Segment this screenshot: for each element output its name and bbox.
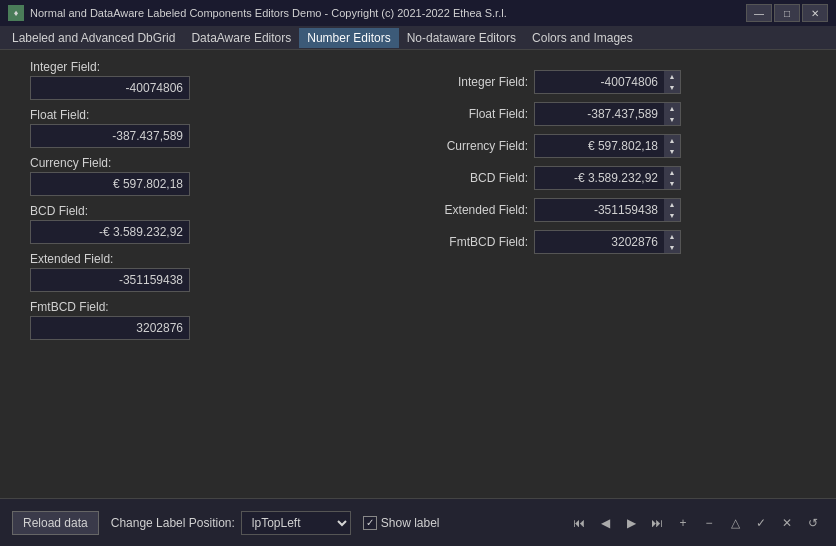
right-extended-row: Extended Field: ▲ ▼ bbox=[418, 198, 806, 222]
left-fmtbcd-label: FmtBCD Field: bbox=[30, 300, 418, 314]
show-label-checkbox[interactable]: ✓ bbox=[363, 516, 377, 530]
right-float-label: Float Field: bbox=[418, 107, 528, 121]
left-section: Integer Field: Float Field: Currency Fie… bbox=[30, 60, 418, 488]
minimize-button[interactable]: — bbox=[746, 4, 772, 22]
right-integer-wrapper: ▲ ▼ bbox=[534, 70, 681, 94]
menu-item-no-dataaware[interactable]: No-dataware Editors bbox=[399, 28, 524, 48]
right-fmtbcd-input[interactable] bbox=[534, 230, 664, 254]
left-integer-group: Integer Field: bbox=[30, 60, 418, 100]
left-integer-input[interactable] bbox=[30, 76, 190, 100]
left-fmtbcd-group: FmtBCD Field: bbox=[30, 300, 418, 340]
window-title: Normal and DataAware Labeled Components … bbox=[30, 7, 507, 19]
close-button[interactable]: ✕ bbox=[802, 4, 828, 22]
left-extended-group: Extended Field: bbox=[30, 252, 418, 292]
status-bar: Reload data Change Label Position: lpTop… bbox=[0, 498, 836, 546]
right-bcd-row: BCD Field: ▲ ▼ bbox=[418, 166, 806, 190]
nav-refresh-button[interactable]: ↺ bbox=[802, 512, 824, 534]
left-bcd-input[interactable] bbox=[30, 220, 190, 244]
menu-item-dataaware[interactable]: DataAware Editors bbox=[183, 28, 299, 48]
right-bcd-label: BCD Field: bbox=[418, 171, 528, 185]
right-fmtbcd-wrapper: ▲ ▼ bbox=[534, 230, 681, 254]
right-integer-down[interactable]: ▼ bbox=[664, 82, 680, 93]
nav-add-button[interactable]: + bbox=[672, 512, 694, 534]
right-section: Integer Field: ▲ ▼ Float Field: ▲ ▼ bbox=[418, 70, 806, 488]
right-fmtbcd-row: FmtBCD Field: ▲ ▼ bbox=[418, 230, 806, 254]
right-integer-spin: ▲ ▼ bbox=[664, 70, 681, 94]
left-extended-input[interactable] bbox=[30, 268, 190, 292]
left-currency-label: Currency Field: bbox=[30, 156, 418, 170]
right-float-wrapper: ▲ ▼ bbox=[534, 102, 681, 126]
right-extended-input[interactable] bbox=[534, 198, 664, 222]
left-extended-label: Extended Field: bbox=[30, 252, 418, 266]
left-float-group: Float Field: bbox=[30, 108, 418, 148]
right-fmtbcd-label: FmtBCD Field: bbox=[418, 235, 528, 249]
left-float-input[interactable] bbox=[30, 124, 190, 148]
change-label-pos-text: Change Label Position: bbox=[111, 516, 235, 530]
nav-cancel-button[interactable]: ✕ bbox=[776, 512, 798, 534]
app-icon: ♦ bbox=[8, 5, 24, 21]
right-currency-down[interactable]: ▼ bbox=[664, 146, 680, 157]
nav-first-button[interactable]: ⏮ bbox=[568, 512, 590, 534]
nav-confirm-button[interactable]: ✓ bbox=[750, 512, 772, 534]
right-float-down[interactable]: ▼ bbox=[664, 114, 680, 125]
right-extended-down[interactable]: ▼ bbox=[664, 210, 680, 221]
nav-edit-button[interactable]: △ bbox=[724, 512, 746, 534]
right-float-spin: ▲ ▼ bbox=[664, 102, 681, 126]
reload-button[interactable]: Reload data bbox=[12, 511, 99, 535]
right-fmtbcd-spin: ▲ ▼ bbox=[664, 230, 681, 254]
left-float-label: Float Field: bbox=[30, 108, 418, 122]
title-bar: ♦ Normal and DataAware Labeled Component… bbox=[0, 0, 836, 26]
nav-next-button[interactable]: ▶ bbox=[620, 512, 642, 534]
right-currency-row: Currency Field: ▲ ▼ bbox=[418, 134, 806, 158]
right-bcd-up[interactable]: ▲ bbox=[664, 167, 680, 178]
show-label-group: ✓ Show label bbox=[363, 516, 440, 530]
right-extended-up[interactable]: ▲ bbox=[664, 199, 680, 210]
right-integer-label: Integer Field: bbox=[418, 75, 528, 89]
right-currency-up[interactable]: ▲ bbox=[664, 135, 680, 146]
left-integer-label: Integer Field: bbox=[30, 60, 418, 74]
menu-item-labeled-grid[interactable]: Labeled and Advanced DbGrid bbox=[4, 28, 183, 48]
left-bcd-label: BCD Field: bbox=[30, 204, 418, 218]
right-float-input[interactable] bbox=[534, 102, 664, 126]
right-bcd-down[interactable]: ▼ bbox=[664, 178, 680, 189]
right-currency-label: Currency Field: bbox=[418, 139, 528, 153]
nav-remove-button[interactable]: − bbox=[698, 512, 720, 534]
right-integer-input[interactable] bbox=[534, 70, 664, 94]
left-currency-input[interactable] bbox=[30, 172, 190, 196]
left-bcd-group: BCD Field: bbox=[30, 204, 418, 244]
right-integer-row: Integer Field: ▲ ▼ bbox=[418, 70, 806, 94]
right-extended-label: Extended Field: bbox=[418, 203, 528, 217]
right-integer-up[interactable]: ▲ bbox=[664, 71, 680, 82]
left-fmtbcd-input[interactable] bbox=[30, 316, 190, 340]
menu-item-colors-images[interactable]: Colors and Images bbox=[524, 28, 641, 48]
maximize-button[interactable]: □ bbox=[774, 4, 800, 22]
menu-bar: Labeled and Advanced DbGrid DataAware Ed… bbox=[0, 26, 836, 50]
right-bcd-wrapper: ▲ ▼ bbox=[534, 166, 681, 190]
nav-controls: ⏮ ◀ ▶ ⏭ + − △ ✓ ✕ ↺ bbox=[568, 512, 824, 534]
right-currency-wrapper: ▲ ▼ bbox=[534, 134, 681, 158]
menu-item-number-editors[interactable]: Number Editors bbox=[299, 28, 398, 48]
left-currency-group: Currency Field: bbox=[30, 156, 418, 196]
main-content: Integer Field: Float Field: Currency Fie… bbox=[0, 50, 836, 498]
right-float-row: Float Field: ▲ ▼ bbox=[418, 102, 806, 126]
show-label-text: Show label bbox=[381, 516, 440, 530]
right-fmtbcd-down[interactable]: ▼ bbox=[664, 242, 680, 253]
right-bcd-spin: ▲ ▼ bbox=[664, 166, 681, 190]
label-pos-select[interactable]: lpTopLeft lpTopCenter lpTopRight lpLeft … bbox=[241, 511, 351, 535]
right-extended-spin: ▲ ▼ bbox=[664, 198, 681, 222]
right-float-up[interactable]: ▲ bbox=[664, 103, 680, 114]
right-bcd-input[interactable] bbox=[534, 166, 664, 190]
right-currency-spin: ▲ ▼ bbox=[664, 134, 681, 158]
right-extended-wrapper: ▲ ▼ bbox=[534, 198, 681, 222]
nav-last-button[interactable]: ⏭ bbox=[646, 512, 668, 534]
right-fmtbcd-up[interactable]: ▲ bbox=[664, 231, 680, 242]
label-pos-group: Change Label Position: lpTopLeft lpTopCe… bbox=[111, 511, 351, 535]
nav-prev-button[interactable]: ◀ bbox=[594, 512, 616, 534]
right-currency-input[interactable] bbox=[534, 134, 664, 158]
